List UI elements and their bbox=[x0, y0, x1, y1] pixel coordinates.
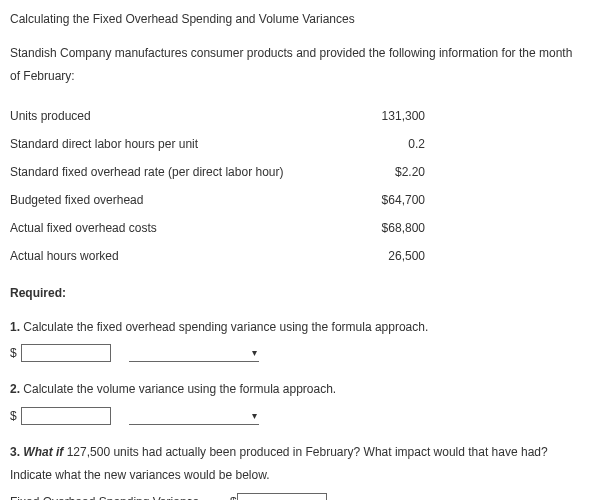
row-label: Actual fixed overhead costs bbox=[10, 214, 340, 242]
table-row: Actual hours worked 26,500 bbox=[10, 242, 585, 270]
question-1: 1. Calculate the fixed overhead spending… bbox=[10, 316, 585, 339]
q3-spending-amount-input[interactable] bbox=[237, 493, 327, 500]
question-2: 2. Calculate the volume variance using t… bbox=[10, 378, 585, 401]
question-3: 3. What if 127,500 units had actually be… bbox=[10, 441, 585, 487]
row-label: Budgeted fixed overhead bbox=[10, 186, 340, 214]
q2-amount-input[interactable] bbox=[21, 407, 111, 425]
question-text: Calculate the volume variance using the … bbox=[20, 382, 336, 396]
dollar-sign: $ bbox=[10, 344, 17, 362]
spending-variance-label: Fixed Overhead Spending Variance bbox=[10, 493, 230, 500]
question-number: 2. bbox=[10, 382, 20, 396]
q2-type-select[interactable] bbox=[129, 407, 259, 425]
dollar-sign: $ bbox=[230, 493, 237, 500]
table-row: Actual fixed overhead costs $68,800 bbox=[10, 214, 585, 242]
table-row: Units produced 131,300 bbox=[10, 102, 585, 130]
row-label: Standard fixed overhead rate (per direct… bbox=[10, 158, 340, 186]
row-label: Actual hours worked bbox=[10, 242, 340, 270]
table-row: Standard direct labor hours per unit 0.2 bbox=[10, 130, 585, 158]
row-value: $64,700 bbox=[340, 186, 585, 214]
table-row: Standard fixed overhead rate (per direct… bbox=[10, 158, 585, 186]
dollar-sign: $ bbox=[10, 407, 17, 425]
intro-text: Standish Company manufactures consumer p… bbox=[10, 42, 585, 88]
q1-amount-input[interactable] bbox=[21, 344, 111, 362]
required-heading: Required: bbox=[10, 284, 585, 302]
q1-input-row: $ bbox=[10, 344, 585, 362]
row-value: 0.2 bbox=[340, 130, 585, 158]
what-if: What if bbox=[20, 445, 63, 459]
q2-input-row: $ bbox=[10, 407, 585, 425]
row-value: 26,500 bbox=[340, 242, 585, 270]
q3-spending-row: Fixed Overhead Spending Variance $ bbox=[10, 493, 585, 500]
row-label: Standard direct labor hours per unit bbox=[10, 130, 340, 158]
row-value: $68,800 bbox=[340, 214, 585, 242]
q3-spending-type-select[interactable] bbox=[367, 493, 497, 500]
row-value: 131,300 bbox=[340, 102, 585, 130]
question-text: Calculate the fixed overhead spending va… bbox=[20, 320, 428, 334]
table-row: Budgeted fixed overhead $64,700 bbox=[10, 186, 585, 214]
question-number: 1. bbox=[10, 320, 20, 334]
question-number: 3. bbox=[10, 445, 20, 459]
row-label: Units produced bbox=[10, 102, 340, 130]
page-title: Calculating the Fixed Overhead Spending … bbox=[10, 10, 585, 28]
row-value: $2.20 bbox=[340, 158, 585, 186]
question-text: 127,500 units had actually been produced… bbox=[10, 445, 548, 482]
data-table: Units produced 131,300 Standard direct l… bbox=[10, 102, 585, 270]
q1-type-select[interactable] bbox=[129, 344, 259, 362]
